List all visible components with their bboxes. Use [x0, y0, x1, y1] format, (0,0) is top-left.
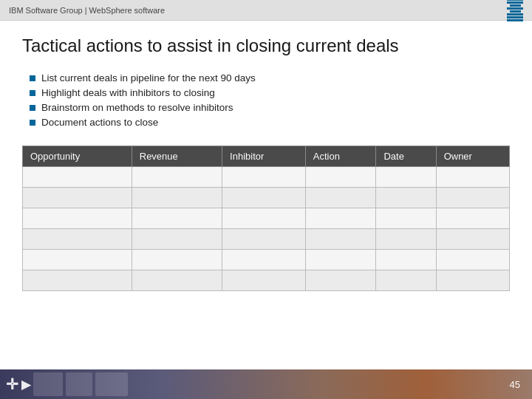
table-cell-r2c4	[376, 208, 436, 229]
ibm-logo-stripes	[507, 0, 523, 21]
table-cell-r4c2	[222, 250, 306, 270]
footer: ✛ ▶ 45	[0, 369, 532, 399]
footer-image-1	[33, 372, 63, 396]
footer-icons: ✛ ▶	[0, 369, 163, 399]
table-cell-r1c5	[436, 188, 509, 208]
table-cell-r2c0	[23, 208, 132, 229]
main-content: Tactical actions to assist in closing cu…	[0, 21, 532, 375]
table-cell-r3c5	[436, 229, 509, 250]
table-cell-r0c4	[376, 167, 436, 188]
table-cell-r3c1	[132, 229, 222, 250]
table-col-date: Date	[376, 146, 436, 167]
table-cell-r3c2	[222, 229, 306, 250]
table-cell-r3c4	[376, 229, 436, 250]
table-col-inhibitor: Inhibitor	[222, 146, 306, 167]
table-col-owner: Owner	[436, 146, 509, 167]
bullet-item-0: List current deals in pipeline for the n…	[30, 72, 510, 83]
table-cell-r5c1	[132, 270, 222, 291]
table-cell-r2c1	[132, 208, 222, 229]
table-cell-r3c0	[23, 229, 132, 250]
table-cell-r4c3	[305, 250, 376, 270]
footer-image-3	[95, 372, 128, 396]
table-cell-r5c5	[436, 270, 509, 291]
table-cell-r2c3	[305, 208, 376, 229]
table-body	[23, 167, 510, 291]
table-cell-r1c3	[305, 188, 376, 208]
table-col-action: Action	[305, 146, 376, 167]
bullet-text-2: Brainstorm on methods to resolve inhibit…	[41, 102, 233, 113]
bullet-text-1: Highlight deals with inhibitors to closi…	[41, 87, 215, 98]
table-cell-r5c0	[23, 270, 132, 291]
table-cell-r0c3	[305, 167, 376, 188]
table-cell-r2c5	[436, 208, 509, 229]
table-head: OpportunityRevenueInhibitorActionDateOwn…	[23, 146, 510, 167]
table-row	[23, 270, 510, 291]
table-header-row: OpportunityRevenueInhibitorActionDateOwn…	[23, 146, 510, 167]
bullet-icon-0	[30, 75, 35, 81]
cross-icon: ✛	[6, 375, 18, 393]
table-cell-r1c4	[376, 188, 436, 208]
data-table: OpportunityRevenueInhibitorActionDateOwn…	[22, 146, 510, 291]
table-cell-r5c4	[376, 270, 436, 291]
header-title: IBM Software Group | WebSphere software	[9, 6, 165, 15]
table-cell-r0c1	[132, 167, 222, 188]
page-number: 45	[510, 379, 520, 390]
bullet-item-1: Highlight deals with inhibitors to closi…	[30, 87, 510, 98]
bullet-list: List current deals in pipeline for the n…	[30, 72, 510, 128]
table-cell-r4c5	[436, 250, 509, 270]
table-row	[23, 250, 510, 270]
table-row	[23, 229, 510, 250]
bullet-icon-2	[30, 105, 35, 111]
table-cell-r1c0	[23, 188, 132, 208]
arrow-icon: ▶	[21, 378, 30, 392]
bullet-icon-1	[30, 90, 35, 96]
ibm-logo	[507, 0, 523, 21]
table-row	[23, 167, 510, 188]
table-cell-r4c4	[376, 250, 436, 270]
table-cell-r4c1	[132, 250, 222, 270]
table-row	[23, 208, 510, 229]
table-cell-r3c3	[305, 229, 376, 250]
table-row	[23, 188, 510, 208]
table-cell-r5c2	[222, 270, 306, 291]
table-cell-r2c2	[222, 208, 306, 229]
bullet-text-0: List current deals in pipeline for the n…	[41, 72, 256, 83]
bullet-item-3: Document actions to close	[30, 117, 510, 128]
table-cell-r1c1	[132, 188, 222, 208]
table-cell-r4c0	[23, 250, 132, 270]
table-cell-r0c5	[436, 167, 509, 188]
table-cell-r0c0	[23, 167, 132, 188]
page-title: Tactical actions to assist in closing cu…	[22, 35, 510, 56]
bullet-icon-3	[30, 120, 35, 126]
table-col-opportunity: Opportunity	[23, 146, 132, 167]
table-cell-r0c2	[222, 167, 306, 188]
table-cell-r1c2	[222, 188, 306, 208]
footer-image-2	[66, 372, 92, 396]
bullet-text-3: Document actions to close	[41, 117, 158, 128]
table-cell-r5c3	[305, 270, 376, 291]
bullet-item-2: Brainstorm on methods to resolve inhibit…	[30, 102, 510, 113]
table-col-revenue: Revenue	[132, 146, 222, 167]
header-bar: IBM Software Group | WebSphere software	[0, 0, 532, 21]
